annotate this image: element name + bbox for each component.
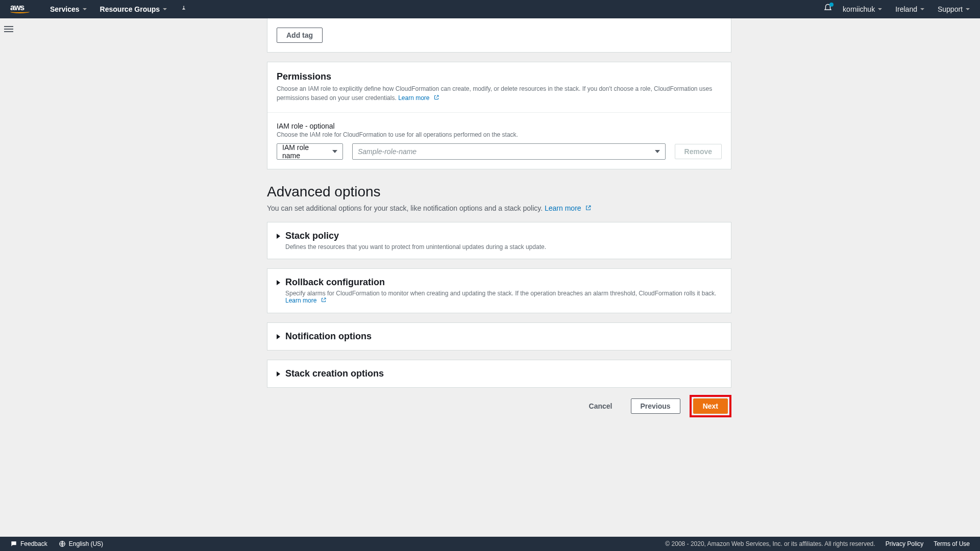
creation-expander[interactable]: Stack creation options xyxy=(267,360,731,388)
nav-region-label: Ireland xyxy=(895,5,917,13)
cancel-button[interactable]: Cancel xyxy=(580,399,622,413)
notification-dot-icon xyxy=(829,3,834,7)
iam-role-type-value: IAM role name xyxy=(282,143,328,160)
rollback-title: Rollback configuration xyxy=(285,277,385,288)
external-link-icon xyxy=(433,94,439,103)
advanced-options-sub: You can set additional options for your … xyxy=(267,204,731,213)
chevron-down-icon xyxy=(655,150,660,153)
privacy-link[interactable]: Privacy Policy xyxy=(886,540,924,547)
advanced-options-title: Advanced options xyxy=(267,184,731,200)
terms-link[interactable]: Terms of Use xyxy=(934,540,970,547)
external-link-icon xyxy=(321,297,327,305)
stack-policy-expander[interactable]: Stack policy Defines the resources that … xyxy=(267,222,731,259)
nav-services[interactable]: Services xyxy=(50,5,87,13)
tags-card-bottom: Add tag xyxy=(267,18,731,53)
nav-support-label: Support xyxy=(938,5,963,13)
rollback-desc: Specify alarms for CloudFormation to mon… xyxy=(285,290,722,305)
permissions-desc: Choose an IAM role to explicitly define … xyxy=(277,84,722,103)
rollback-desc-text: Specify alarms for CloudFormation to mon… xyxy=(285,290,716,297)
footer-bar: Feedback English (US) © 2008 - 2020, Ama… xyxy=(0,537,980,551)
iam-role-hint: Choose the IAM role for CloudFormation t… xyxy=(277,131,722,138)
caret-down-icon xyxy=(83,8,87,10)
language-link[interactable]: English (US) xyxy=(59,540,103,547)
external-link-icon xyxy=(585,205,592,213)
notifications-icon[interactable] xyxy=(823,4,832,15)
feedback-label: Feedback xyxy=(20,540,47,547)
add-tag-button[interactable]: Add tag xyxy=(277,28,323,43)
iam-role-name-select[interactable]: Sample-role-name xyxy=(352,143,666,160)
caret-down-icon xyxy=(920,8,924,10)
permissions-title: Permissions xyxy=(277,71,722,82)
nav-resource-groups[interactable]: Resource Groups xyxy=(100,5,167,13)
nav-resource-groups-label: Resource Groups xyxy=(100,5,160,13)
feedback-link[interactable]: Feedback xyxy=(10,540,47,547)
rollback-learn-more-link[interactable]: Learn more xyxy=(285,297,327,304)
nav-user[interactable]: korniichuk xyxy=(843,5,882,13)
nav-user-label: korniichuk xyxy=(843,5,875,13)
iam-role-type-select[interactable]: IAM role name xyxy=(277,143,343,160)
learn-more-label: Learn more xyxy=(285,297,316,304)
expand-right-icon xyxy=(277,280,280,285)
top-nav: aws Services Resource Groups korniichuk … xyxy=(0,0,980,18)
language-label: English (US) xyxy=(69,540,103,547)
chevron-down-icon xyxy=(332,150,337,153)
nav-services-label: Services xyxy=(50,5,80,13)
iam-role-name-placeholder: Sample-role-name xyxy=(358,147,416,156)
main-area: ▲ ▼ Add tag Permissions Choose an IAM ro… xyxy=(0,18,980,537)
expand-right-icon xyxy=(277,234,280,239)
expand-right-icon xyxy=(277,334,280,339)
learn-more-label: Learn more xyxy=(398,94,429,102)
next-highlight: Next xyxy=(690,395,731,417)
caret-down-icon xyxy=(966,8,970,10)
wizard-actions: Cancel Previous Next xyxy=(267,395,731,417)
previous-button[interactable]: Previous xyxy=(631,398,680,414)
remove-role-button[interactable]: Remove xyxy=(675,144,722,159)
stack-policy-title: Stack policy xyxy=(285,231,339,241)
pin-icon[interactable] xyxy=(180,5,187,14)
caret-down-icon xyxy=(878,8,882,10)
caret-down-icon xyxy=(163,8,167,10)
creation-title: Stack creation options xyxy=(285,368,384,379)
notification-title: Notification options xyxy=(285,331,372,342)
advanced-options-sub-text: You can set additional options for your … xyxy=(267,204,543,212)
copyright-text: © 2008 - 2020, Amazon Web Services, Inc.… xyxy=(665,540,875,547)
learn-more-label: Learn more xyxy=(545,204,581,212)
expand-right-icon xyxy=(277,371,280,377)
hamburger-icon[interactable] xyxy=(4,24,13,34)
next-button[interactable]: Next xyxy=(693,398,728,414)
rollback-expander[interactable]: Rollback configuration Specify alarms fo… xyxy=(267,268,731,313)
scroll-area[interactable]: Add tag Permissions Choose an IAM role t… xyxy=(18,18,980,537)
nav-support[interactable]: Support xyxy=(938,5,970,13)
stack-policy-desc: Defines the resources that you want to p… xyxy=(285,243,722,251)
nav-region[interactable]: Ireland xyxy=(895,5,924,13)
permissions-card: Permissions Choose an IAM role to explic… xyxy=(267,62,731,169)
aws-logo[interactable]: aws xyxy=(10,3,30,15)
iam-role-label: IAM role - optional xyxy=(277,122,722,130)
permissions-learn-more-link[interactable]: Learn more xyxy=(398,94,439,102)
notification-expander[interactable]: Notification options xyxy=(267,322,731,350)
permissions-desc-text: Choose an IAM role to explicitly define … xyxy=(277,85,712,102)
advanced-learn-more-link[interactable]: Learn more xyxy=(545,204,592,212)
